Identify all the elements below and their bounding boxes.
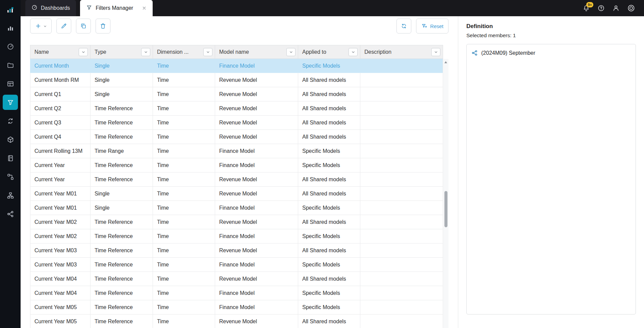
cell-dimension[interactable]: Time (153, 201, 215, 215)
cell-applied-to[interactable]: Specific Models (298, 144, 360, 158)
cell-dimension[interactable]: Time (153, 158, 215, 172)
cell-name[interactable]: Current Q3 (30, 116, 91, 130)
cell-dimension[interactable]: Time (153, 272, 215, 286)
cell-dimension[interactable]: Time (153, 300, 215, 314)
filter-row[interactable]: Current Year M04 Time Reference Time Fin… (30, 286, 443, 300)
cell-description[interactable] (360, 229, 443, 243)
cell-applied-to[interactable]: All Shared models (298, 172, 360, 187)
cell-type[interactable]: Single (91, 87, 153, 101)
cell-name[interactable]: Current Year M05 (30, 300, 91, 314)
cell-name[interactable]: Current Year M05 (30, 314, 91, 328)
filter-row[interactable]: Current Year M03 Time Reference Time Fin… (30, 258, 443, 272)
cell-description[interactable] (360, 73, 443, 87)
sidebar-item-sharing[interactable] (3, 206, 18, 221)
cell-description[interactable] (360, 286, 443, 300)
cell-dimension[interactable]: Time (153, 87, 215, 101)
column-menu-icon[interactable] (349, 48, 358, 56)
cell-type[interactable]: Time Reference (91, 243, 153, 258)
filter-row[interactable]: Current Year M05 Time Reference Time Fin… (30, 300, 443, 314)
scroll-up-icon[interactable] (444, 61, 447, 63)
tab-filters-manager[interactable]: Filters Manager (80, 0, 153, 16)
cell-applied-to[interactable]: Specific Models (298, 59, 360, 73)
cell-description[interactable] (360, 215, 443, 229)
cell-dimension[interactable]: Time (153, 101, 215, 116)
cell-type[interactable]: Time Reference (91, 300, 153, 314)
cell-applied-to[interactable]: Specific Models (298, 300, 360, 314)
cell-type[interactable]: Time Reference (91, 158, 153, 172)
delete-button[interactable] (96, 19, 110, 33)
cell-model-name[interactable]: Finance Model (215, 59, 298, 73)
filter-row[interactable]: Current Year M04 Time Reference Time Rev… (30, 272, 443, 286)
sidebar-item-models[interactable] (3, 132, 18, 147)
cell-dimension[interactable]: Time (153, 229, 215, 243)
filter-row[interactable]: Current Month Single Time Finance Model … (30, 59, 443, 73)
filter-row[interactable]: Current Year M05 Time Reference Time Rev… (30, 314, 443, 328)
cell-model-name[interactable]: Finance Model (215, 201, 298, 215)
cell-type[interactable]: Time Reference (91, 215, 153, 229)
cell-name[interactable]: Current Year M03 (30, 258, 91, 272)
notifications-button[interactable]: 9+ (583, 4, 590, 12)
tab-dashboards[interactable]: Dashboards (25, 0, 76, 16)
cell-applied-to[interactable]: All Shared models (298, 314, 360, 328)
column-header-description[interactable]: Description (360, 45, 443, 59)
column-menu-icon[interactable] (203, 48, 212, 56)
sidebar-item-integrations[interactable] (3, 169, 18, 184)
cell-dimension[interactable]: Time (153, 172, 215, 187)
column-header-dimension[interactable]: Dimension ... (153, 45, 215, 59)
cell-description[interactable] (360, 130, 443, 144)
scrollbar-thumb[interactable] (444, 191, 447, 227)
cell-description[interactable] (360, 101, 443, 116)
cell-name[interactable]: Current Month RM (30, 73, 91, 87)
cell-name[interactable]: Current Year M03 (30, 243, 91, 258)
cell-description[interactable] (360, 59, 443, 73)
cell-dimension[interactable]: Time (153, 258, 215, 272)
cell-name[interactable]: Current Year M04 (30, 286, 91, 300)
cell-description[interactable] (360, 172, 443, 187)
cell-model-name[interactable]: Finance Model (215, 286, 298, 300)
cell-model-name[interactable]: Revenue Model (215, 314, 298, 328)
column-menu-icon[interactable] (431, 48, 440, 56)
cell-applied-to[interactable]: All Shared models (298, 87, 360, 101)
filter-row[interactable]: Current Q1 Single Time Revenue Model All… (30, 87, 443, 101)
cell-model-name[interactable]: Revenue Model (215, 187, 298, 201)
cell-model-name[interactable]: Revenue Model (215, 87, 298, 101)
cell-applied-to[interactable]: All Shared models (298, 243, 360, 258)
reset-button[interactable]: Reset (416, 19, 448, 33)
sidebar-item-filters[interactable] (3, 95, 18, 110)
cell-description[interactable] (360, 187, 443, 201)
cell-type[interactable]: Single (91, 59, 153, 73)
cell-dimension[interactable]: Time (153, 116, 215, 130)
cell-description[interactable] (360, 314, 443, 328)
cell-description[interactable] (360, 87, 443, 101)
cell-name[interactable]: Current Year (30, 158, 91, 172)
filter-row[interactable]: Current Year M02 Time Reference Time Fin… (30, 229, 443, 243)
cell-applied-to[interactable]: All Shared models (298, 187, 360, 201)
filter-row[interactable]: Current Rolling 13M Time Range Time Fina… (30, 144, 443, 158)
column-header-model-name[interactable]: Model name (215, 45, 298, 59)
cell-model-name[interactable]: Finance Model (215, 258, 298, 272)
column-menu-icon[interactable] (79, 48, 88, 56)
column-header-name[interactable]: Name (30, 45, 91, 59)
cell-dimension[interactable]: Time (153, 314, 215, 328)
cell-description[interactable] (360, 243, 443, 258)
sidebar-item-datasets[interactable] (3, 76, 18, 91)
cell-applied-to[interactable]: All Shared models (298, 101, 360, 116)
cell-type[interactable]: Time Reference (91, 258, 153, 272)
cell-type[interactable]: Time Reference (91, 101, 153, 116)
filter-row[interactable]: Current Month RM Single Time Revenue Mod… (30, 73, 443, 87)
cell-applied-to[interactable]: All Shared models (298, 116, 360, 130)
cell-model-name[interactable]: Finance Model (215, 229, 298, 243)
cell-type[interactable]: Time Range (91, 144, 153, 158)
cell-name[interactable]: Current Year M01 (30, 187, 91, 201)
cell-description[interactable] (360, 144, 443, 158)
sidebar-item-notebooks[interactable] (3, 150, 18, 166)
cell-model-name[interactable]: Revenue Model (215, 130, 298, 144)
help-button[interactable] (597, 4, 605, 12)
cell-applied-to[interactable]: All Shared models (298, 73, 360, 87)
cell-model-name[interactable]: Revenue Model (215, 101, 298, 116)
cell-applied-to[interactable]: Specific Models (298, 286, 360, 300)
cell-model-name[interactable]: Revenue Model (215, 272, 298, 286)
cell-type[interactable]: Time Reference (91, 172, 153, 187)
sidebar-item-analytics[interactable] (3, 20, 18, 36)
column-menu-icon[interactable] (141, 48, 150, 56)
